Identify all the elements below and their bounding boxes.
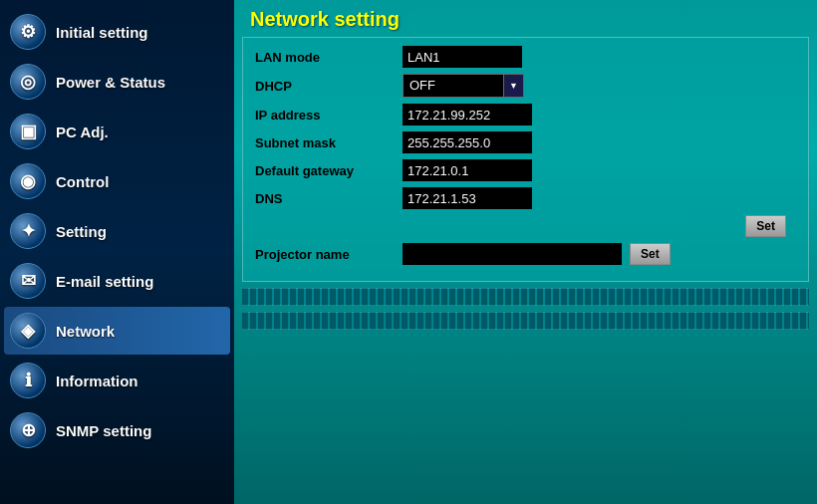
pc-adj-icon: ▣ bbox=[10, 114, 46, 149]
initial-setting-icon: ⚙ bbox=[10, 14, 46, 50]
ip-address-row: IP address bbox=[255, 104, 796, 126]
sidebar-item-pc-adj[interactable]: ▣PC Adj. bbox=[4, 108, 230, 155]
separator-1 bbox=[242, 288, 809, 306]
sidebar: ⚙Initial setting◎Power & Status▣PC Adj.◉… bbox=[0, 0, 234, 504]
sidebar-item-control[interactable]: ◉Control bbox=[4, 157, 230, 205]
projector-name-row: Projector name Set bbox=[255, 243, 796, 265]
network-form: LAN mode DHCP OFF ▼ IP address Subnet ma… bbox=[242, 37, 809, 282]
power-status-icon: ◎ bbox=[10, 64, 46, 100]
email-setting-label: E-mail setting bbox=[56, 273, 153, 290]
control-label: Control bbox=[56, 173, 109, 190]
set-button[interactable]: Set bbox=[745, 215, 786, 237]
pc-adj-label: PC Adj. bbox=[56, 124, 109, 140]
set-button-row: Set bbox=[255, 215, 786, 237]
projector-name-input[interactable] bbox=[403, 243, 622, 265]
page-title: Network setting bbox=[234, 0, 817, 37]
ip-address-input[interactable] bbox=[403, 104, 532, 126]
dhcp-value: OFF bbox=[404, 75, 503, 97]
information-label: Information bbox=[56, 373, 138, 389]
main-content: Network setting LAN mode DHCP OFF ▼ IP a… bbox=[234, 0, 817, 504]
separator-2 bbox=[242, 312, 809, 330]
sidebar-item-information[interactable]: ℹInformation bbox=[4, 357, 230, 404]
dhcp-select-wrapper[interactable]: OFF ▼ bbox=[403, 74, 524, 98]
sidebar-item-network[interactable]: ◈Network bbox=[4, 307, 230, 355]
default-gateway-input[interactable] bbox=[403, 159, 532, 181]
ip-address-label: IP address bbox=[255, 108, 395, 123]
snmp-setting-label: SNMP setting bbox=[56, 422, 151, 439]
default-gateway-row: Default gateway bbox=[255, 159, 796, 181]
dhcp-label: DHCP bbox=[255, 79, 395, 94]
projector-name-label: Projector name bbox=[255, 247, 395, 262]
email-setting-icon: ✉ bbox=[10, 263, 46, 299]
setting-icon: ✦ bbox=[10, 213, 46, 249]
subnet-mask-label: Subnet mask bbox=[255, 135, 395, 150]
sidebar-item-snmp-setting[interactable]: ⊕SNMP setting bbox=[4, 406, 230, 454]
subnet-mask-row: Subnet mask bbox=[255, 131, 796, 153]
subnet-mask-input[interactable] bbox=[403, 131, 532, 153]
power-status-label: Power & Status bbox=[56, 74, 165, 91]
snmp-setting-icon: ⊕ bbox=[10, 412, 46, 448]
network-icon: ◈ bbox=[10, 313, 46, 349]
sidebar-item-email-setting[interactable]: ✉E-mail setting bbox=[4, 257, 230, 305]
default-gateway-label: Default gateway bbox=[255, 163, 395, 178]
dhcp-arrow-icon[interactable]: ▼ bbox=[503, 75, 523, 97]
dns-label: DNS bbox=[255, 191, 395, 206]
lan-mode-input[interactable] bbox=[403, 46, 522, 68]
dhcp-row: DHCP OFF ▼ bbox=[255, 74, 796, 98]
projector-set-button[interactable]: Set bbox=[630, 243, 671, 265]
network-label: Network bbox=[56, 323, 115, 340]
lan-mode-label: LAN mode bbox=[255, 50, 395, 65]
sidebar-item-initial-setting[interactable]: ⚙Initial setting bbox=[4, 8, 230, 56]
lan-mode-row: LAN mode bbox=[255, 46, 796, 68]
information-icon: ℹ bbox=[10, 363, 46, 398]
setting-label: Setting bbox=[56, 223, 107, 240]
control-icon: ◉ bbox=[10, 163, 46, 199]
sidebar-item-setting[interactable]: ✦Setting bbox=[4, 207, 230, 255]
initial-setting-label: Initial setting bbox=[56, 24, 148, 41]
sidebar-item-power-status[interactable]: ◎Power & Status bbox=[4, 58, 230, 106]
dns-row: DNS bbox=[255, 187, 796, 209]
dns-input[interactable] bbox=[403, 187, 532, 209]
